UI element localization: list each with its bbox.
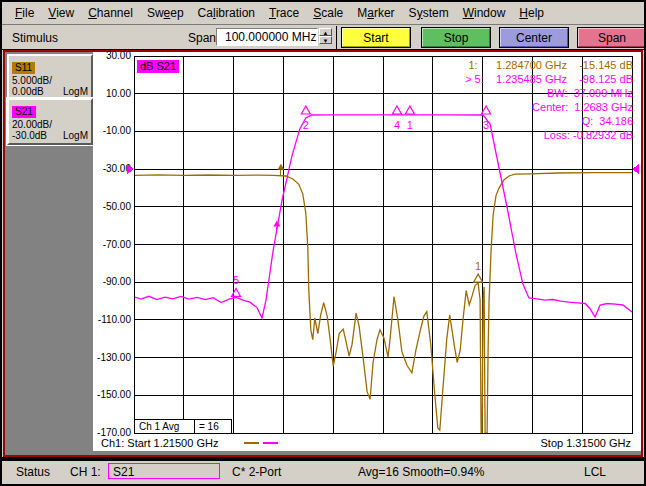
menu-item-marker[interactable]: Marker (350, 2, 401, 22)
menu-item-help[interactable]: Help (512, 2, 551, 22)
display-area: S11 5.000dB/ 0.00dB LogM S21 20.00dB/ -3… (3, 50, 643, 457)
span-spinner: ▲ ▼ (319, 28, 332, 46)
menu-item-view[interactable]: View (41, 2, 81, 22)
menu-item-system[interactable]: System (402, 2, 456, 22)
span-input[interactable]: 100.000000 MHz (216, 28, 318, 46)
active-trace-badge: dB S21 (137, 60, 179, 73)
menu-item-scale[interactable]: Scale (306, 2, 350, 22)
svg-text:5: 5 (233, 274, 239, 286)
trace-format-s21: LogM (63, 130, 88, 141)
trace-name-chip-s21: S21 (12, 106, 36, 118)
trace-color-swatch (244, 442, 259, 444)
svg-text:1: 1 (407, 119, 413, 131)
start-frequency-label: Ch1: Start 1.21500 GHz (101, 437, 218, 449)
active-trace-field[interactable]: S21 (108, 463, 220, 479)
averaging-value: = 16 (195, 420, 219, 433)
marker-readout-line: > 5: 1.235485 GHz -98.125 dB (465, 72, 633, 86)
analyzer-window: FileViewChannelSweepCalibrationTraceScal… (2, 2, 644, 484)
span-button[interactable]: Span (578, 28, 644, 47)
trace-scale-s21: 20.00dB/ (12, 119, 88, 130)
local-status: LCL (584, 465, 606, 479)
trace-ref-s21: -30.0dB (12, 130, 47, 141)
stop-button[interactable]: Stop (422, 28, 490, 47)
status-bar: Status CH 1: S21 C* 2-Port Avg=16 Smooth… (2, 461, 644, 482)
marker-readout-line: Center: 1.2683 GHz (465, 100, 633, 114)
marker-readout-line: 1: 1.284700 GHz -15.145 dB (465, 58, 633, 72)
trace-color-swatch (263, 442, 278, 444)
center-button[interactable]: Center (500, 28, 568, 47)
trace-legend (244, 442, 278, 444)
x-axis-row: Ch1: Start 1.21500 GHz Stop 1.31500 GHz (93, 437, 641, 449)
marker-readout: 1: 1.284700 GHz -15.145 dB> 5: 1.235485 … (465, 58, 633, 142)
span-field-label: Span (188, 31, 216, 45)
marker-readout-line: Q: 34.186 (465, 114, 633, 128)
trace-scale-s11: 5.000dB/ (12, 75, 88, 86)
start-button[interactable]: Start (342, 28, 410, 47)
averaging-label: Ch 1 Avg (135, 420, 195, 433)
channel-label: CH 1: (70, 465, 101, 479)
svg-text:4: 4 (394, 119, 400, 131)
avg-smooth-status: Avg=16 Smooth=0.94% (358, 465, 485, 479)
menu-item-trace[interactable]: Trace (262, 2, 306, 22)
spinner-up-button[interactable]: ▲ (319, 28, 332, 36)
trace-sidebar: S11 5.000dB/ 0.00dB LogM S21 20.00dB/ -3… (5, 52, 93, 455)
calibration-status: C* 2-Port (232, 465, 281, 479)
trace-format-s11: LogM (63, 86, 88, 97)
menu-item-file[interactable]: File (8, 2, 41, 22)
toolbar-separator (336, 26, 337, 49)
menu-bar: FileViewChannelSweepCalibrationTraceScal… (2, 2, 644, 25)
status-label: Status (16, 465, 50, 479)
menu-item-channel[interactable]: Channel (81, 2, 140, 22)
marker-readout-line: Loss: -0.82932 dB (465, 128, 633, 142)
menu-item-sweep[interactable]: Sweep (140, 2, 191, 22)
marker-readout-line: BW: 37.099 MHz (465, 86, 633, 100)
stimulus-toolbar: Stimulus Span 100.000000 MHz ▲ ▼ Start S… (2, 26, 644, 50)
spinner-down-button[interactable]: ▼ (319, 36, 332, 44)
svg-text:1: 1 (475, 260, 481, 272)
stop-frequency-label: Stop 1.31500 GHz (540, 437, 631, 449)
svg-text:2: 2 (303, 119, 309, 131)
menu-item-calibration[interactable]: Calibration (191, 2, 262, 22)
trace-settings-s11[interactable]: S11 5.000dB/ 0.00dB LogM (7, 54, 93, 101)
stimulus-label: Stimulus (12, 31, 58, 45)
trace-settings-s21[interactable]: S21 20.00dB/ -30.0dB LogM (7, 98, 93, 145)
chart-panel: 30.0010.00-10.00-30.00-50.00-70.00-90.00… (93, 52, 641, 451)
menu-item-window[interactable]: Window (456, 2, 513, 22)
trace-name-chip-s11: S11 (12, 62, 35, 74)
trace-ref-s11: 0.00dB (12, 86, 44, 97)
averaging-box: Ch 1 Avg = 16 (134, 419, 232, 434)
